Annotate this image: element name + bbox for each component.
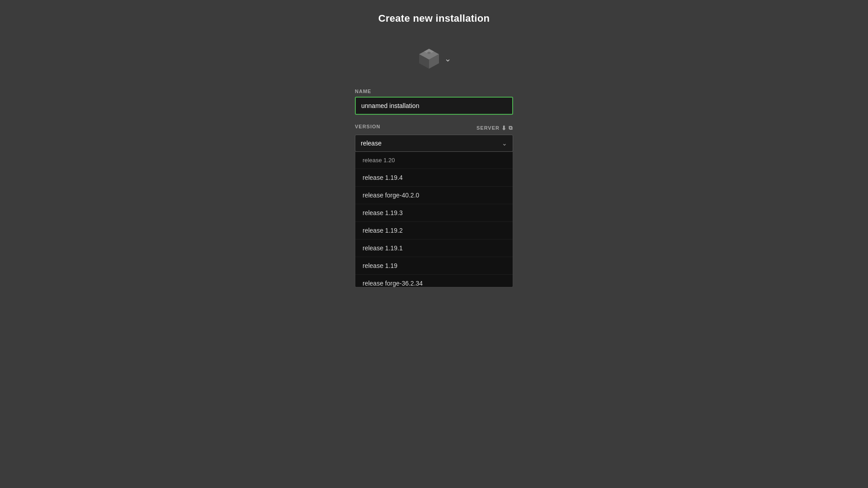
version-dropdown-list: release 1.20release 1.19.4release forge-… [355, 152, 513, 287]
version-dropdown[interactable]: release ⌄ release 1.20release 1.19.4rele… [355, 135, 513, 152]
name-field-container: NAME [355, 89, 513, 115]
dropdown-item[interactable]: release 1.19.2 [355, 222, 513, 239]
version-select-button[interactable]: release ⌄ [355, 135, 513, 152]
icon-selector-chevron: ⌄ [444, 54, 451, 64]
version-section: VERSION SERVER ⬇ ⧉ release ⌄ release 1.2… [355, 124, 513, 152]
name-label: NAME [355, 89, 513, 94]
server-link[interactable]: SERVER ⬇ ⧉ [476, 125, 513, 131]
icon-selector[interactable]: ⌄ [417, 47, 451, 70]
dropdown-item[interactable]: release 1.19 [355, 257, 513, 275]
installation-form: NAME VERSION SERVER ⬇ ⧉ release ⌄ releas… [355, 89, 513, 152]
dropdown-item[interactable]: release 1.19.1 [355, 239, 513, 257]
dropdown-chevron-icon: ⌄ [502, 140, 507, 147]
name-input[interactable] [355, 97, 513, 115]
minecraft-block-icon [417, 47, 441, 70]
dropdown-item[interactable]: release forge-40.2.0 [355, 187, 513, 204]
dropdown-item[interactable]: release 1.19.3 [355, 204, 513, 222]
version-header: VERSION SERVER ⬇ ⧉ [355, 124, 513, 132]
version-label: VERSION [355, 124, 381, 129]
dropdown-item[interactable]: release 1.20 [355, 152, 513, 169]
dropdown-item[interactable]: release 1.19.4 [355, 169, 513, 187]
server-label: SERVER [476, 125, 500, 131]
external-link-icon: ⧉ [509, 125, 513, 131]
download-icon: ⬇ [501, 125, 507, 131]
page-title: Create new installation [378, 13, 490, 24]
selected-version-text: release [361, 140, 382, 147]
dropdown-item[interactable]: release forge-36.2.34 [355, 275, 513, 287]
